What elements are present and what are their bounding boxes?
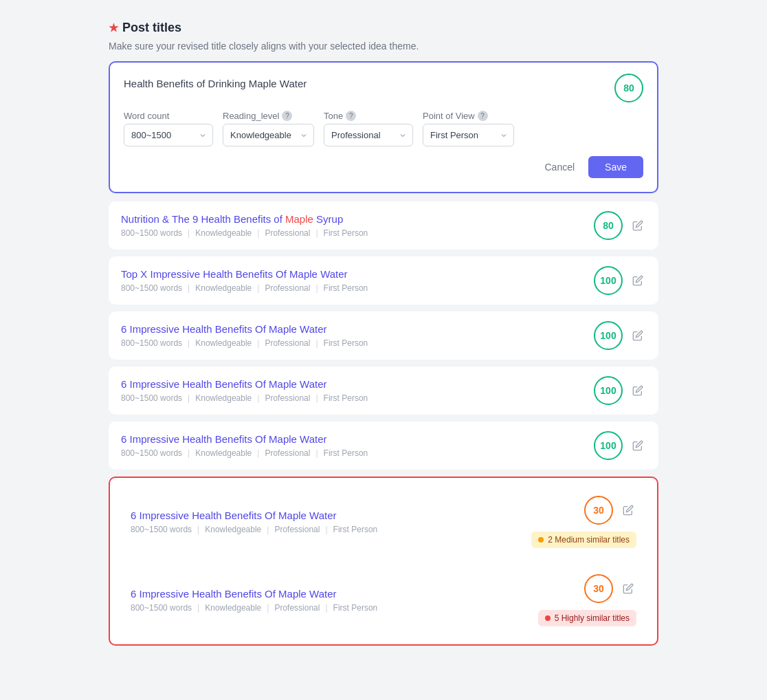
title-card-3: 6 Impressive Health Benefits Of Maple Wa… [109, 311, 658, 360]
score-badge-6: 30 [584, 496, 613, 525]
card-pov-7: First Person [333, 603, 378, 613]
edit-icon-6 [623, 505, 634, 516]
tone-group: Tone ? Professional Casual Formal [324, 111, 413, 146]
edit-button-2[interactable] [630, 272, 646, 289]
card-words-1: 800~1500 words [121, 228, 182, 238]
card-title-1: Nutrition & The 9 Health Benefits of Map… [121, 213, 594, 225]
title-card-3-inner: 6 Impressive Health Benefits Of Maple Wa… [121, 321, 646, 350]
edit-icon-4 [632, 385, 643, 396]
title-card-2: Top X Impressive Health Benefits Of Mapl… [109, 256, 658, 305]
card-meta-4: 800~1500 words | Knowledgeable | Profess… [121, 393, 594, 403]
card-title-3: 6 Impressive Health Benefits Of Maple Wa… [121, 323, 594, 335]
title-card-6-right: 30 2 Medium similar titles [531, 496, 636, 548]
title-card-5-right-row: 100 [594, 431, 646, 460]
score-badge-3: 100 [594, 321, 623, 350]
pov-group: Point of View ? First Person Second Pers… [423, 111, 514, 146]
section-header: ★ Post titles [109, 21, 658, 35]
title-card-6-inner: 6 Impressive Health Benefits Of Maple Wa… [131, 496, 636, 548]
tone-label: Tone ? [324, 111, 413, 121]
reading-level-select[interactable]: Knowledgeable Beginner Expert [223, 124, 314, 146]
card-words-5: 800~1500 words [121, 448, 182, 458]
similarity-badge-medium: 2 Medium similar titles [531, 532, 636, 548]
card-reading-5: Knowledgeable [195, 448, 252, 458]
similarity-label-high: 5 Highly similar titles [555, 613, 630, 623]
title-card-2-inner: Top X Impressive Health Benefits Of Mapl… [121, 266, 646, 295]
similarity-dot-medium [538, 537, 544, 543]
cancel-button[interactable]: Cancel [537, 157, 581, 177]
reading-level-help-icon[interactable]: ? [282, 111, 292, 121]
card-meta-7: 800~1500 words | Knowledgeable | Profess… [131, 603, 538, 613]
card-pov-6: First Person [333, 525, 378, 534]
card-pov-2: First Person [324, 283, 368, 293]
title-input[interactable] [124, 78, 614, 89]
section-title: Post titles [122, 21, 181, 35]
title-card-5-left: 6 Impressive Health Benefits Of Maple Wa… [121, 433, 594, 458]
edit-icon-5 [632, 440, 643, 451]
card-tone-7: Professional [274, 603, 320, 613]
card-words-2: 800~1500 words [121, 283, 182, 293]
card-tone-1: Professional [265, 228, 310, 238]
title-card-1: Nutrition & The 9 Health Benefits of Map… [109, 201, 658, 250]
card-title-4: 6 Impressive Health Benefits Of Maple Wa… [121, 378, 594, 390]
warning-card: 6 Impressive Health Benefits Of Maple Wa… [109, 477, 658, 646]
score-badge-2: 100 [594, 266, 623, 295]
title-card-5: 6 Impressive Health Benefits Of Maple Wa… [109, 422, 658, 470]
card-pov-3: First Person [324, 338, 368, 348]
pov-select[interactable]: First Person Second Person Third Person [423, 124, 514, 146]
edit-form-card: 80 Word count 800~1500 500~800 1500~2000… [109, 61, 658, 193]
edit-icon-3 [632, 330, 643, 341]
card-tone-2: Professional [265, 283, 310, 293]
title-card-7-right: 30 5 Highly similar titles [538, 574, 636, 626]
card-reading-3: Knowledgeable [195, 338, 252, 348]
title-card-7: 6 Impressive Health Benefits Of Maple Wa… [118, 565, 649, 636]
edit-button-5[interactable] [630, 437, 646, 454]
card-title-5: 6 Impressive Health Benefits Of Maple Wa… [121, 433, 594, 445]
card-meta-3: 800~1500 words | Knowledgeable | Profess… [121, 338, 594, 348]
tone-help-icon[interactable]: ? [346, 111, 356, 121]
card-reading-2: Knowledgeable [195, 283, 252, 293]
card-tone-4: Professional [265, 393, 310, 403]
word-count-select[interactable]: 800~1500 500~800 1500~2000 [124, 124, 213, 146]
card-tone-6: Professional [274, 525, 320, 534]
score-badge-7: 30 [584, 574, 613, 603]
edit-button-4[interactable] [630, 382, 646, 399]
highlight-text-1: Maple [285, 213, 313, 225]
title-card-6: 6 Impressive Health Benefits Of Maple Wa… [118, 486, 649, 558]
card-reading-4: Knowledgeable [195, 393, 252, 403]
edit-button-1[interactable] [630, 217, 646, 234]
card-words-7: 800~1500 words [131, 603, 192, 613]
card-words-3: 800~1500 words [121, 338, 182, 348]
title-card-6-right-row: 30 [584, 496, 636, 525]
title-card-6-left: 6 Impressive Health Benefits Of Maple Wa… [131, 510, 531, 534]
title-card-1-inner: Nutrition & The 9 Health Benefits of Map… [121, 211, 646, 240]
title-card-2-right: 100 [594, 266, 646, 295]
card-pov-4: First Person [324, 393, 368, 403]
card-words-4: 800~1500 words [121, 393, 182, 403]
word-count-group: Word count 800~1500 500~800 1500~2000 [124, 111, 213, 146]
card-reading-6: Knowledgeable [205, 525, 261, 534]
title-card-4-right-row: 100 [594, 376, 646, 405]
edit-icon-2 [632, 275, 643, 286]
edit-button-3[interactable] [630, 327, 646, 344]
title-card-4-left: 6 Impressive Health Benefits Of Maple Wa… [121, 378, 594, 403]
section-subtitle: Make sure your revised title closely ali… [109, 41, 658, 52]
score-badge-5: 100 [594, 431, 623, 460]
card-tone-3: Professional [265, 338, 310, 348]
edit-button-6[interactable] [620, 502, 636, 518]
pov-label: Point of View ? [423, 111, 514, 121]
save-button[interactable]: Save [588, 156, 643, 178]
edit-icon-1 [632, 220, 643, 231]
card-title-6: 6 Impressive Health Benefits Of Maple Wa… [131, 510, 531, 521]
edit-score-badge: 80 [614, 74, 643, 102]
card-reading-7: Knowledgeable [205, 603, 261, 613]
edit-button-7[interactable] [620, 580, 636, 597]
title-card-5-right: 100 [594, 431, 646, 460]
title-card-3-left: 6 Impressive Health Benefits Of Maple Wa… [121, 323, 594, 348]
similarity-dot-high [545, 615, 551, 621]
tone-select[interactable]: Professional Casual Formal [324, 124, 413, 146]
title-card-7-inner: 6 Impressive Health Benefits Of Maple Wa… [131, 574, 636, 626]
card-meta-2: 800~1500 words | Knowledgeable | Profess… [121, 283, 594, 293]
similarity-badge-high: 5 Highly similar titles [538, 610, 636, 626]
pov-help-icon[interactable]: ? [478, 111, 488, 121]
edit-icon-7 [623, 583, 634, 594]
